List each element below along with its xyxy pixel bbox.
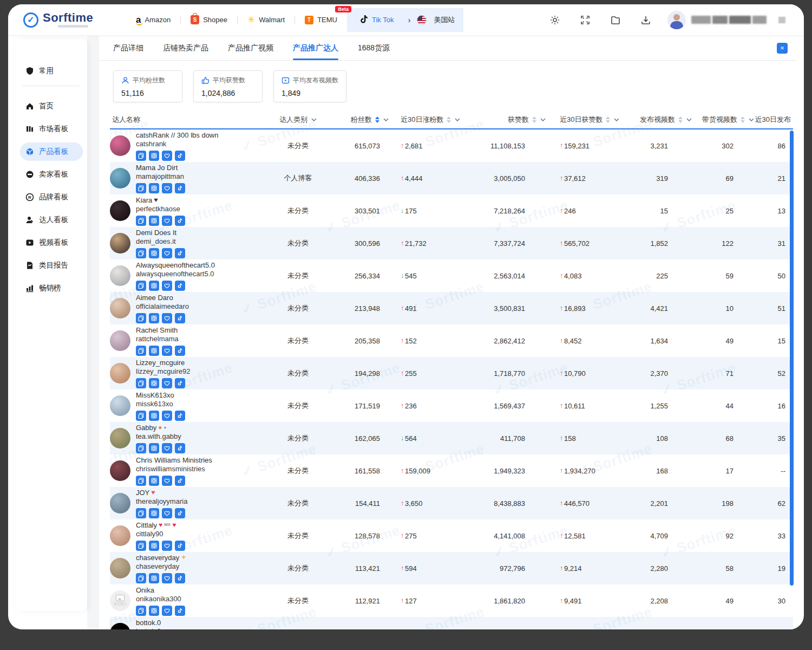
tiktok-link-button[interactable]	[175, 248, 185, 258]
favorite-button[interactable]	[162, 476, 172, 486]
tab-shop-hot-products[interactable]: 店铺热卖产品	[163, 36, 208, 60]
nav-item-temu[interactable]: T TEMU Beta	[295, 8, 347, 32]
nav-item-shopee[interactable]: S Shopee	[181, 8, 237, 32]
tiktok-link-button[interactable]	[175, 541, 185, 551]
influencer-name[interactable]: Mama Jo Dirt	[136, 164, 178, 172]
favorite-button[interactable]	[162, 573, 172, 583]
col-promo-videos[interactable]: 带货视频数	[692, 115, 754, 125]
history-button[interactable]	[149, 151, 159, 161]
settings-gear-icon[interactable]	[549, 15, 560, 25]
tiktok-link-button[interactable]	[175, 443, 185, 453]
col-follower-change-30d[interactable]: 近30日涨粉数	[389, 115, 464, 125]
nav-item-tiktok[interactable]: Tik Tok	[350, 8, 403, 32]
influencer-name[interactable]: Lizzey_mcguire	[136, 359, 185, 367]
favorite-button[interactable]	[162, 281, 172, 291]
tiktok-link-button[interactable]	[175, 216, 185, 226]
tiktok-link-button[interactable]	[175, 281, 185, 291]
sidebar-item-category-report[interactable]: 类目报告	[20, 256, 83, 275]
table-row[interactable]: catshRank // 300 lbs downcatshrank未分类615…	[110, 129, 793, 162]
sidebar-item-seller-board[interactable]: 卖家看板	[20, 165, 83, 184]
tiktok-link-button[interactable]	[175, 476, 185, 486]
influencer-name[interactable]: MissK613xo	[136, 391, 174, 399]
table-row[interactable]: MissK613xomissk613xo未分类171,519↑2361,569,…	[110, 389, 793, 422]
history-button[interactable]	[149, 541, 159, 551]
influencer-name[interactable]: Onika	[136, 586, 154, 594]
user-account[interactable]	[667, 11, 785, 29]
influencer-handle[interactable]: officialaimeedaro	[136, 303, 189, 310]
history-button[interactable]	[149, 248, 159, 258]
table-row[interactable]: bottok.0bottok.0未分类107,891↑21,5421,463,5…	[110, 617, 793, 629]
favorite-button[interactable]	[162, 541, 172, 551]
favorite-button[interactable]	[162, 606, 172, 616]
influencer-handle[interactable]: perfectkhaose	[136, 205, 185, 213]
table-row[interactable]: Demi Does Itdemi_does.it未分类300,596↑21,73…	[110, 227, 793, 259]
influencer-name[interactable]: Kiara	[136, 196, 152, 204]
history-button[interactable]	[149, 573, 159, 583]
fullscreen-icon[interactable]	[580, 15, 591, 25]
tab-product-detail[interactable]: 产品详细	[113, 36, 143, 60]
influencer-name[interactable]: catshRank // 300 lbs down	[136, 131, 218, 139]
copy-button[interactable]	[136, 411, 146, 421]
copy-button[interactable]	[136, 313, 146, 323]
col-videos[interactable]: 发布视频数	[627, 115, 692, 125]
table-row[interactable]: chaseveryday✦chaseveryday未分类113,421↑5949…	[110, 552, 793, 584]
tiktok-link-button[interactable]	[175, 151, 185, 161]
tiktok-link-button[interactable]	[175, 411, 185, 421]
sidebar-item-home[interactable]: 首页	[20, 97, 83, 115]
col-category[interactable]: 达人类别	[267, 115, 329, 125]
table-row[interactable]: Alwaysqueenofthecart5.0alwaysqueenofthec…	[110, 259, 793, 292]
copy-button[interactable]	[136, 346, 146, 356]
favorite-button[interactable]	[162, 508, 172, 518]
history-button[interactable]	[149, 443, 159, 453]
influencer-handle[interactable]: chaseveryday	[136, 563, 186, 570]
tiktok-link-button[interactable]	[175, 573, 185, 583]
history-button[interactable]	[149, 281, 159, 291]
copy-button[interactable]	[136, 541, 146, 551]
favorite-button[interactable]	[162, 411, 172, 421]
history-button[interactable]	[149, 508, 159, 518]
history-button[interactable]	[149, 183, 159, 193]
influencer-handle[interactable]: tea.with.gabby	[136, 433, 185, 440]
tiktok-link-button[interactable]	[175, 508, 185, 518]
history-button[interactable]	[149, 606, 159, 616]
vertical-scrollbar[interactable]	[790, 131, 794, 586]
copy-button[interactable]	[136, 443, 146, 453]
influencer-name[interactable]: Chris Williams Ministries	[136, 456, 212, 464]
influencer-name[interactable]: JOY	[136, 489, 149, 497]
influencer-name[interactable]: Rachel Smith	[136, 326, 178, 334]
favorite-button[interactable]	[162, 183, 172, 193]
sidebar-item-bestseller-rank[interactable]: 畅销榜	[20, 279, 83, 297]
influencer-handle[interactable]: lizzey_mcguire92	[136, 368, 190, 375]
influencer-name[interactable]: Gabby	[136, 424, 156, 432]
history-button[interactable]	[149, 313, 159, 323]
influencer-handle[interactable]: alwaysqueenofthecart5.0	[136, 270, 215, 278]
nav-item-amazon[interactable]: a Amazon	[126, 8, 180, 32]
copy-button[interactable]	[136, 183, 146, 193]
copy-button[interactable]	[136, 216, 146, 226]
influencer-handle[interactable]: onikaonika300	[136, 595, 185, 603]
table-row[interactable]: Cittlaly♥MX♥cittlaly90未分类128,578↑2754,14…	[110, 519, 793, 552]
influencer-handle[interactable]: bottok.0	[136, 628, 185, 630]
file-icon[interactable]	[610, 15, 621, 25]
influencer-handle[interactable]: missk613xo	[136, 400, 185, 408]
favorite-button[interactable]	[162, 378, 172, 388]
favorite-button[interactable]	[162, 216, 172, 226]
history-button[interactable]	[149, 378, 159, 388]
tab-1688-sourcing[interactable]: 1688货源	[358, 36, 390, 60]
favorite-button[interactable]	[162, 313, 172, 323]
download-icon[interactable]	[640, 15, 651, 25]
close-panel-button[interactable]: ×	[777, 43, 788, 54]
tiktok-link-button[interactable]	[175, 606, 185, 616]
table-row[interactable]: Mama Jo Dirtmamajopittman个人博客406,336↑4,4…	[110, 162, 793, 194]
influencer-handle[interactable]: rattchelmama	[136, 335, 185, 343]
copy-button[interactable]	[136, 508, 146, 518]
col-likes[interactable]: 获赞数	[464, 115, 546, 125]
copy-button[interactable]	[136, 281, 146, 291]
history-button[interactable]	[149, 346, 159, 356]
tiktok-link-button[interactable]	[175, 346, 185, 356]
col-followers[interactable]: 粉丝数	[329, 115, 389, 125]
tab-promo-videos[interactable]: 产品推广视频	[228, 36, 273, 60]
influencer-handle[interactable]: mamajopittman	[136, 173, 185, 180]
favorite-button[interactable]	[162, 346, 172, 356]
favorite-button[interactable]	[162, 443, 172, 453]
